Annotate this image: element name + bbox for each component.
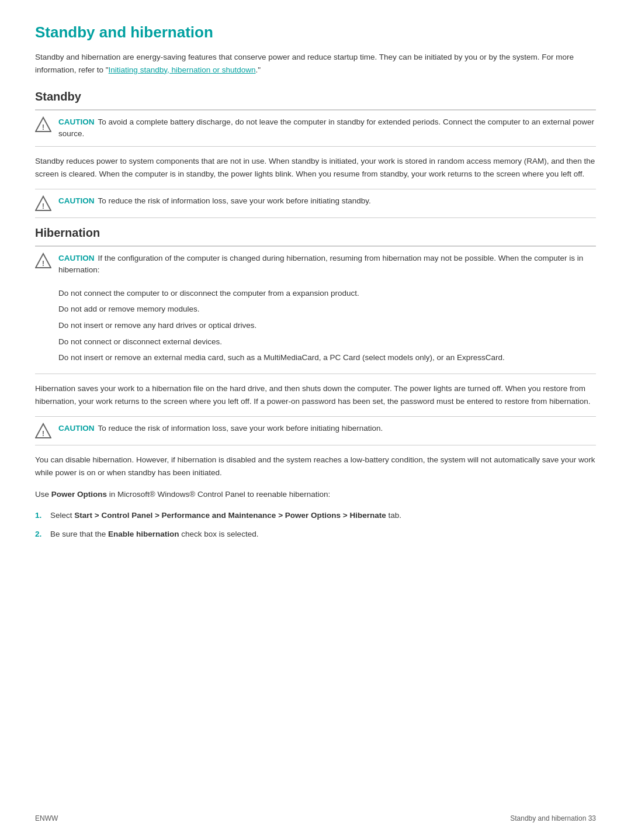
hibernation-steps: 1. Select Start > Control Panel > Perfor…	[35, 509, 596, 540]
caution-label-3: CAUTION	[58, 254, 95, 262]
hibernation-heading: Hibernation	[35, 226, 596, 240]
hibernation-caution-1-text: CAUTIONIf the configuration of the compu…	[58, 253, 596, 276]
hibernation-body-3: Use Power Options in Microsoft® Windows®…	[35, 488, 596, 501]
caution-triangle-icon-4: !	[35, 423, 51, 439]
standby-caution-2-text: To reduce the risk of information loss, …	[98, 196, 371, 205]
body3-bold: Power Options	[51, 490, 107, 499]
hibernation-caution-2: ! CAUTIONTo reduce the risk of informati…	[35, 416, 596, 445]
standby-caution-1-text: To avoid a complete battery discharge, d…	[58, 117, 594, 138]
footer-right: Standby and hibernation 33	[510, 814, 596, 822]
list-item: Do not connect the computer to or discon…	[58, 287, 505, 300]
standby-caution-1: ! CAUTIONTo avoid a complete battery dis…	[35, 110, 596, 147]
step-2-text: Be sure that the Enable hibernation chec…	[50, 528, 258, 541]
hibernation-body-1: Hibernation saves your work to a hiberna…	[35, 382, 596, 409]
standby-section: Standby ! CAUTIONTo avoid a complete bat…	[35, 90, 596, 218]
page-footer: ENWW Standby and hibernation 33	[35, 814, 596, 822]
step-2-num: 2.	[35, 528, 44, 541]
footer-left: ENWW	[35, 814, 58, 822]
body3-prefix: Use	[35, 490, 51, 499]
svg-text:!: !	[42, 202, 44, 210]
step-1-bold: Start > Control Panel > Performance and …	[74, 511, 386, 520]
page-title: Standby and hibernation	[35, 23, 596, 42]
standby-heading: Standby	[35, 90, 596, 103]
caution-triangle-icon-2: !	[35, 195, 51, 212]
list-item: Do not insert or remove an external medi…	[58, 351, 505, 364]
hibernation-caution-1: ! CAUTIONIf the configuration of the com…	[35, 246, 596, 374]
body3-suffix: in Microsoft® Windows® Control Panel to …	[107, 490, 330, 499]
step-1: 1. Select Start > Control Panel > Perfor…	[35, 509, 596, 522]
svg-text:!: !	[42, 429, 44, 438]
hibernation-caution-2-text: To reduce the risk of information loss, …	[98, 424, 383, 433]
hibernation-caution-2-content: CAUTIONTo reduce the risk of information…	[58, 423, 596, 434]
intro-paragraph: Standby and hibernation are energy-savin…	[35, 51, 596, 76]
standby-caution-2: ! CAUTIONTo reduce the risk of informati…	[35, 189, 596, 218]
svg-text:!: !	[42, 259, 44, 268]
hibernation-caution-1-header: ! CAUTIONIf the configuration of the com…	[35, 253, 596, 276]
hibernation-section: Hibernation ! CAUTIONIf the configuratio…	[35, 226, 596, 540]
hibernation-caution-1-main-text: If the configuration of the computer is …	[58, 254, 583, 274]
caution-label-4: CAUTION	[58, 424, 95, 433]
caution-label-2: CAUTION	[58, 196, 95, 205]
caution-label-1: CAUTION	[58, 117, 95, 126]
step-1-text: Select Start > Control Panel > Performan…	[50, 509, 401, 522]
step-2-bold: Enable hibernation	[108, 530, 179, 538]
step-2: 2. Be sure that the Enable hibernation c…	[35, 528, 596, 541]
list-item: Do not connect or disconnect external de…	[58, 336, 505, 348]
caution-triangle-icon-3: !	[35, 253, 51, 269]
list-item: Do not add or remove memory modules.	[58, 303, 505, 316]
hibernation-body-2: You can disable hibernation. However, if…	[35, 454, 596, 480]
intro-text-after: ."	[256, 65, 261, 74]
standby-caution-2-content: CAUTIONTo reduce the risk of information…	[58, 195, 596, 207]
list-item: Do not insert or remove any hard drives …	[58, 319, 505, 332]
standby-caution-1-content: CAUTIONTo avoid a complete battery disch…	[58, 116, 596, 140]
hibernation-caution-1-bullets: Do not connect the computer to or discon…	[58, 287, 505, 368]
intro-link[interactable]: Initiating standby, hibernation or shutd…	[109, 65, 256, 74]
standby-body: Standby reduces power to system componen…	[35, 155, 596, 181]
step-1-num: 1.	[35, 509, 44, 522]
svg-text:!: !	[42, 123, 44, 132]
caution-triangle-icon-1: !	[35, 116, 51, 133]
